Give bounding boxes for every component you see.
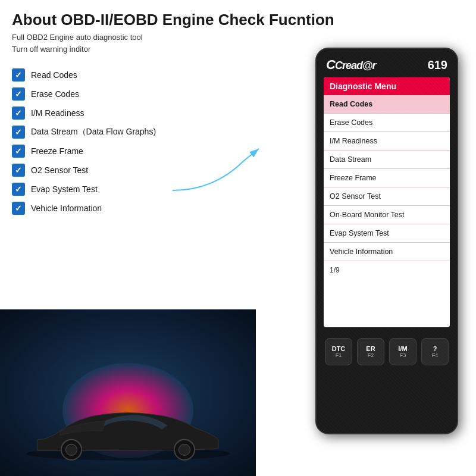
feature-label: Erase Codes (31, 89, 79, 99)
car-svg (15, 387, 241, 464)
menu-item-5[interactable]: O2 Sensor Test (324, 187, 450, 206)
feature-item-evap-system: Evap System Test (12, 183, 196, 196)
feature-label: Evap System Test (31, 184, 98, 194)
feature-item-im-readiness: I/M Readiness (12, 107, 196, 120)
car-image (0, 309, 256, 476)
menu-item-6[interactable]: On-Board Monitor Test (324, 206, 450, 224)
svg-point-4 (179, 444, 190, 455)
feature-item-vehicle-info: Vehicle Information (12, 202, 196, 215)
device-screen: Diagnostic Menu Read CodesErase CodesI/M… (324, 77, 450, 327)
menu-item-4[interactable]: Freeze Frame (324, 169, 450, 187)
menu-item-1[interactable]: Erase Codes (324, 114, 450, 132)
menu-item-8[interactable]: Vehicle Information (324, 243, 450, 261)
check-icon (12, 68, 25, 82)
check-icon (12, 202, 25, 215)
check-icon (12, 164, 25, 177)
device-logo: CCread@r (326, 57, 375, 73)
device-body: CCread@r 619 Diagnostic Menu Read CodesE… (315, 48, 458, 434)
feature-label: Vehicle Information (31, 203, 102, 213)
feature-label: Freeze Frame (31, 146, 83, 156)
device-buttons: DTCF1ERF2I/MF3?F4 (317, 338, 457, 365)
feature-item-read-codes: Read Codes (12, 68, 196, 82)
device: CCread@r 619 Diagnostic Menu Read CodesE… (309, 48, 464, 452)
device-top: CCread@r 619 (317, 49, 457, 77)
button-er[interactable]: ERF2 (357, 338, 384, 365)
feature-item-data-stream: Data Stream（Data Flow Graphs) (12, 126, 196, 139)
check-icon (12, 145, 25, 158)
button-?[interactable]: ?F4 (421, 338, 449, 365)
feature-item-o2-sensor: O2 Sensor Test (12, 164, 196, 177)
screen-menu: Read CodesErase CodesI/M ReadinessData S… (324, 95, 450, 261)
check-icon (12, 126, 25, 139)
feature-panel: Read CodesErase CodesI/M ReadinessData S… (12, 68, 196, 222)
check-icon (12, 107, 25, 120)
feature-label: Data Stream（Data Flow Graphs) (31, 127, 156, 137)
menu-item-7[interactable]: Evap System Test (324, 224, 450, 243)
button-dtc[interactable]: DTCF1 (325, 338, 352, 365)
feature-label: Read Codes (31, 70, 77, 80)
feature-item-freeze-frame: Freeze Frame (12, 145, 196, 158)
menu-item-2[interactable]: I/M Readiness (324, 132, 450, 151)
device-model: 619 (428, 58, 447, 72)
button-i/m[interactable]: I/MF3 (389, 338, 416, 365)
svg-point-2 (66, 444, 77, 455)
feature-label: I/M Readiness (31, 108, 84, 118)
screen-header: Diagnostic Menu (324, 77, 450, 95)
feature-item-erase-codes: Erase Codes (12, 87, 196, 101)
menu-item-0[interactable]: Read Codes (324, 95, 450, 114)
menu-item-3[interactable]: Data Stream (324, 151, 450, 169)
check-icon (12, 183, 25, 196)
check-icon (12, 87, 25, 101)
feature-list: Read CodesErase CodesI/M ReadinessData S… (12, 68, 196, 215)
screen-page-indicator: 1/9 (324, 261, 450, 279)
feature-label: O2 Sensor Test (31, 165, 88, 175)
page-title: About OBD-II/EOBD Engine Check Fucntion (12, 11, 464, 29)
